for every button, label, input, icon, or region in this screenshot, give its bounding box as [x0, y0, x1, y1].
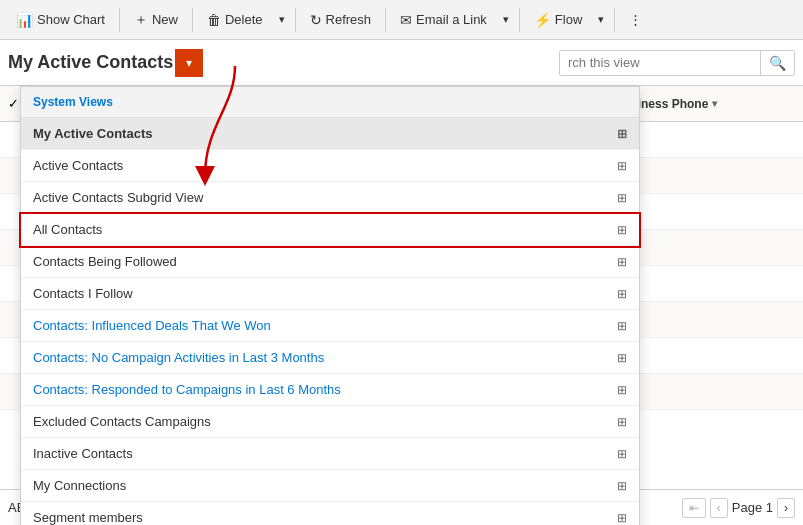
business-phone-column-header[interactable]: Business Phone ▾	[615, 97, 795, 111]
dropdown-item-all-contacts[interactable]: All Contacts ⊞	[21, 214, 639, 246]
show-chart-label: Show Chart	[37, 12, 105, 27]
more-icon: ⋮	[629, 12, 642, 27]
pin-icon: ⊞	[617, 127, 627, 141]
dropdown-item-contacts-being-followed[interactable]: Contacts Being Followed ⊞	[21, 246, 639, 278]
pin-icon: ⊞	[617, 319, 627, 333]
show-chart-button[interactable]: 📊 Show Chart	[8, 8, 113, 32]
dropdown-item-label: Active Contacts	[33, 158, 123, 173]
flow-icon: ⚡	[534, 12, 551, 28]
dropdown-item-active-contacts[interactable]: Active Contacts ⊞	[21, 150, 639, 182]
flow-dropdown-arrow[interactable]: ▾	[594, 9, 608, 30]
dropdown-item-active-contacts-subgrid[interactable]: Active Contacts Subgrid View ⊞	[21, 182, 639, 214]
dropdown-item-label: Contacts Being Followed	[33, 254, 177, 269]
header-bar: My Active Contacts ▾ 🔍	[0, 40, 803, 86]
view-title-dropdown-button[interactable]: ▾	[175, 49, 203, 77]
dropdown-section-label: System Views	[21, 87, 639, 118]
toolbar-divider-1	[119, 8, 120, 32]
refresh-button[interactable]: ↻ Refresh	[302, 8, 380, 32]
toolbar: 📊 Show Chart ＋ New 🗑 Delete ▾ ↻ Refresh …	[0, 0, 803, 40]
row-phone: ---	[615, 313, 795, 327]
phone-dropdown-icon: ▾	[712, 98, 717, 109]
dropdown-item-my-active-contacts[interactable]: My Active Contacts ⊞	[21, 118, 639, 150]
dropdown-item-responded-campaigns[interactable]: Contacts: Responded to Campaigns in Last…	[21, 374, 639, 406]
pin-icon: ⊞	[617, 415, 627, 429]
dropdown-item-label: Contacts: Responded to Campaigns in Last…	[33, 382, 341, 397]
pin-icon: ⊞	[617, 383, 627, 397]
dropdown-item-contacts-i-follow[interactable]: Contacts I Follow ⊞	[21, 278, 639, 310]
footer-nav: ⇤ ‹ Page 1 ›	[682, 498, 795, 518]
dropdown-item-my-connections[interactable]: My Connections ⊞	[21, 470, 639, 502]
row-phone: ---	[615, 385, 795, 399]
toolbar-divider-5	[519, 8, 520, 32]
row-phone: ---	[615, 277, 795, 291]
refresh-label: Refresh	[326, 12, 372, 27]
view-title-container: My Active Contacts ▾	[8, 49, 203, 77]
flow-button[interactable]: ⚡ Flow	[526, 8, 590, 32]
more-button[interactable]: ⋮	[621, 8, 650, 31]
next-page-button[interactable]: ›	[777, 498, 795, 518]
new-icon: ＋	[134, 11, 148, 29]
delete-label: Delete	[225, 12, 263, 27]
flow-label: Flow	[555, 12, 582, 27]
dropdown-item-label: Segment members	[33, 510, 143, 525]
chart-icon: 📊	[16, 12, 33, 28]
view-title-text: My Active Contacts	[8, 52, 173, 73]
dropdown-item-label: Active Contacts Subgrid View	[33, 190, 203, 205]
dropdown-item-label: Inactive Contacts	[33, 446, 133, 461]
delete-button[interactable]: 🗑 Delete	[199, 8, 271, 32]
row-phone: ---	[615, 349, 795, 363]
search-icon: 🔍	[769, 55, 786, 71]
dropdown-item-label: Excluded Contacts Campaigns	[33, 414, 211, 429]
email-icon: ✉	[400, 12, 412, 28]
search-button[interactable]: 🔍	[760, 51, 794, 75]
delete-dropdown-arrow[interactable]: ▾	[275, 9, 289, 30]
prev-page-button[interactable]: ‹	[710, 498, 728, 518]
dropdown-item-label: My Connections	[33, 478, 126, 493]
pin-icon: ⊞	[617, 511, 627, 525]
search-input[interactable]	[560, 51, 760, 74]
new-label: New	[152, 12, 178, 27]
pin-icon: ⊞	[617, 255, 627, 269]
dropdown-item-excluded-contacts[interactable]: Excluded Contacts Campaigns ⊞	[21, 406, 639, 438]
dropdown-item-segment-members[interactable]: Segment members ⊞	[21, 502, 639, 525]
row-phone: ---	[615, 133, 795, 147]
dropdown-item-label: Contacts I Follow	[33, 286, 133, 301]
email-dropdown-arrow[interactable]: ▾	[499, 9, 513, 30]
pin-icon: ⊞	[617, 223, 627, 237]
toolbar-divider-2	[192, 8, 193, 32]
dropdown-item-label: Contacts: Influenced Deals That We Won	[33, 318, 271, 333]
page-label: Page 1	[732, 500, 773, 515]
pin-icon: ⊞	[617, 159, 627, 173]
first-page-button[interactable]: ⇤	[682, 498, 706, 518]
check-all-icon: ✓	[8, 96, 19, 111]
toolbar-divider-3	[295, 8, 296, 32]
email-link-button[interactable]: ✉ Email a Link	[392, 8, 495, 32]
new-button[interactable]: ＋ New	[126, 7, 186, 33]
chevron-down-icon: ▾	[186, 56, 192, 70]
pin-icon: ⊞	[617, 479, 627, 493]
refresh-icon: ↻	[310, 12, 322, 28]
toolbar-divider-4	[385, 8, 386, 32]
dropdown-item-no-campaign-activities[interactable]: Contacts: No Campaign Activities in Last…	[21, 342, 639, 374]
pin-icon: ⊞	[617, 351, 627, 365]
dropdown-item-influenced-deals[interactable]: Contacts: Influenced Deals That We Won ⊞	[21, 310, 639, 342]
search-area: 🔍	[559, 50, 795, 76]
row-phone: ---	[615, 205, 795, 219]
delete-icon: 🗑	[207, 12, 221, 28]
views-dropdown-panel: System Views My Active Contacts ⊞ Active…	[20, 86, 640, 525]
pin-icon: ⊞	[617, 287, 627, 301]
pin-icon: ⊞	[617, 447, 627, 461]
dropdown-item-inactive-contacts[interactable]: Inactive Contacts ⊞	[21, 438, 639, 470]
row-phone: ---	[615, 241, 795, 255]
email-link-label: Email a Link	[416, 12, 487, 27]
row-phone: ---	[615, 169, 795, 183]
toolbar-divider-6	[614, 8, 615, 32]
dropdown-item-label: My Active Contacts	[33, 126, 152, 141]
dropdown-item-label: Contacts: No Campaign Activities in Last…	[33, 350, 324, 365]
pin-icon: ⊞	[617, 191, 627, 205]
dropdown-item-label: All Contacts	[33, 222, 102, 237]
